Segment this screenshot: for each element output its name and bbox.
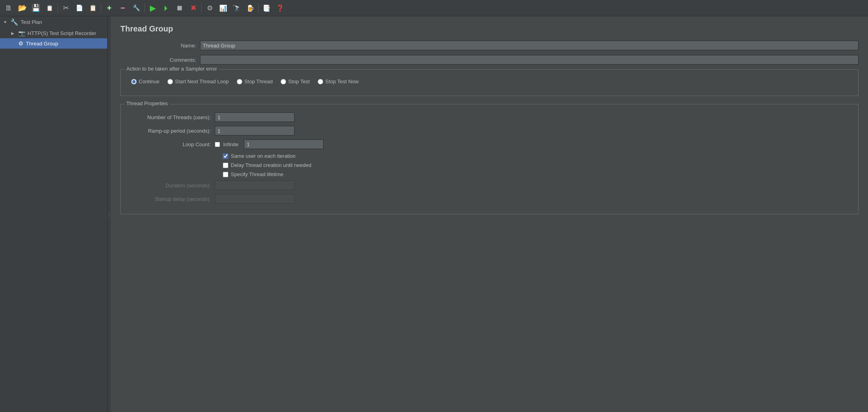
question-button[interactable]: ❓ xyxy=(274,2,287,14)
main-layout: ▼ 🔧 Test Plan ▶ 📷 HTTP(S) Test Script Re… xyxy=(0,16,868,412)
loop-count-input[interactable] xyxy=(244,139,324,149)
sidebar: ▼ 🔧 Test Plan ▶ 📷 HTTP(S) Test Script Re… xyxy=(0,16,108,412)
specify-lifetime-checkbox[interactable] xyxy=(223,172,228,177)
duration-row: Duration (seconds): xyxy=(127,180,852,190)
delay-thread-row: Delay Thread creation until needed xyxy=(223,162,852,168)
separator-5 xyxy=(258,3,259,13)
stop-test-label: Stop Test xyxy=(288,78,310,84)
num-threads-row: Number of Threads (users): xyxy=(127,112,852,122)
startup-delay-input[interactable] xyxy=(215,194,295,204)
radio-stop-test-now[interactable]: Stop Test Now xyxy=(318,78,359,84)
log-viewer-button[interactable]: 📊 xyxy=(217,2,230,14)
radio-start-next[interactable]: Start Next Thread Loop xyxy=(167,78,229,84)
delay-thread-label: Delay Thread creation until needed xyxy=(231,162,311,168)
browse-button[interactable]: 🔧 xyxy=(130,2,143,14)
stop-button[interactable]: ⏹ xyxy=(173,2,186,14)
report-button[interactable]: 🔭 xyxy=(230,2,243,14)
thread-group-icon: ⚙ xyxy=(18,40,24,47)
help-icon-button[interactable]: 🍺 xyxy=(244,2,257,14)
radio-stop-thread[interactable]: Stop Thread xyxy=(237,78,273,84)
same-user-label: Same user on each iteration xyxy=(231,153,296,159)
sidebar-item-thread-group[interactable]: ⚙ Thread Group xyxy=(0,38,107,49)
ramp-up-row: Ramp-up period (seconds): xyxy=(127,126,852,135)
delay-thread-checkbox[interactable] xyxy=(223,163,228,168)
shutdown-button[interactable]: ✖ xyxy=(187,2,200,14)
specify-lifetime-label: Specify Thread lifetime xyxy=(231,171,283,177)
stop-thread-radio[interactable] xyxy=(237,79,242,84)
remove-button[interactable]: − xyxy=(116,2,129,14)
comments-input[interactable] xyxy=(200,55,858,65)
comments-row: Comments: xyxy=(120,55,858,65)
continue-label: Continue xyxy=(139,78,159,84)
sidebar-item-label: HTTP(S) Test Script Recorder xyxy=(27,30,104,36)
num-threads-input[interactable] xyxy=(215,112,295,122)
start-button[interactable]: ▶ xyxy=(146,2,159,14)
paste-button[interactable]: 📋 xyxy=(86,2,99,14)
name-row: Name: xyxy=(120,41,858,50)
start-next-radio[interactable] xyxy=(167,79,173,84)
continue-radio[interactable] xyxy=(131,79,137,84)
copy-button[interactable]: 📄 xyxy=(73,2,86,14)
separator-3 xyxy=(144,3,145,13)
num-threads-label: Number of Threads (users): xyxy=(127,114,215,120)
panel-title: Thread Group xyxy=(120,24,858,33)
new-button[interactable]: 🗎 xyxy=(2,2,15,14)
separator-2 xyxy=(101,3,101,13)
list-button[interactable]: 📑 xyxy=(260,2,273,14)
startup-delay-row: Startup delay (seconds): xyxy=(127,194,852,204)
sidebar-item-test-plan[interactable]: ▼ 🔧 Test Plan xyxy=(0,16,107,28)
open-button[interactable]: 📂 xyxy=(16,2,29,14)
cut-button[interactable]: ✂ xyxy=(59,2,72,14)
recorder-icon: 📷 xyxy=(18,30,25,36)
settings-button[interactable]: ⚙ xyxy=(203,2,216,14)
arrow-icon: ▼ xyxy=(3,20,8,24)
sidebar-item-label: Test Plan xyxy=(21,19,104,25)
content-panel: Thread Group Name: Comments: Action to b… xyxy=(111,16,868,412)
loop-count-label: Loop Count: xyxy=(127,141,215,147)
infinite-checkbox[interactable] xyxy=(215,142,220,147)
arrow-icon: ▶ xyxy=(11,31,16,35)
add-button[interactable]: + xyxy=(103,2,116,14)
start-next-label: Start Next Thread Loop xyxy=(175,78,229,84)
specify-lifetime-row: Specify Thread lifetime xyxy=(223,171,852,177)
toolbar: 🗎 📂 💾 📋 ✂ 📄 📋 + − 🔧 ▶ ⏵ ⏹ ✖ ⚙ 📊 🔭 🍺 📑 ❓ xyxy=(0,0,868,16)
name-label: Name: xyxy=(120,43,200,49)
ramp-up-input[interactable] xyxy=(215,126,295,135)
startup-delay-label: Startup delay (seconds): xyxy=(127,196,215,202)
separator-1 xyxy=(57,3,58,13)
duration-input[interactable] xyxy=(215,180,295,190)
start-nopause-button[interactable]: ⏵ xyxy=(160,2,173,14)
infinite-label: Infinite xyxy=(223,141,238,147)
stop-test-now-radio[interactable] xyxy=(318,79,323,84)
divider-handle[interactable]: ⋮ xyxy=(108,16,111,412)
radio-group: Continue Start Next Thread Loop Stop Thr… xyxy=(127,74,852,89)
duration-label: Duration (seconds): xyxy=(127,182,215,188)
name-input[interactable] xyxy=(200,41,858,50)
comments-label: Comments: xyxy=(120,57,200,63)
stop-test-now-label: Stop Test Now xyxy=(325,78,359,84)
thread-props-legend: Thread Properties xyxy=(125,100,169,106)
loop-count-row: Loop Count: Infinite xyxy=(127,139,852,149)
radio-continue[interactable]: Continue xyxy=(131,78,159,84)
separator-4 xyxy=(201,3,202,13)
thread-properties-fieldset: Thread Properties Number of Threads (use… xyxy=(120,104,858,214)
ramp-up-label: Ramp-up period (seconds): xyxy=(127,128,215,134)
save-button[interactable]: 💾 xyxy=(29,2,42,14)
sidebar-item-label: Thread Group xyxy=(26,41,104,47)
test-plan-icon: 🔧 xyxy=(10,18,18,26)
loop-count-controls: Infinite xyxy=(215,139,324,149)
same-user-row: Same user on each iteration xyxy=(223,153,852,159)
stop-test-radio[interactable] xyxy=(281,79,286,84)
action-fieldset: Action to be taken after a Sampler error… xyxy=(120,69,858,96)
action-legend: Action to be taken after a Sampler error xyxy=(125,66,219,72)
same-user-checkbox[interactable] xyxy=(223,153,228,159)
radio-stop-test[interactable]: Stop Test xyxy=(281,78,310,84)
save-as-button[interactable]: 📋 xyxy=(43,2,56,14)
sidebar-item-http-recorder[interactable]: ▶ 📷 HTTP(S) Test Script Recorder xyxy=(0,28,107,38)
stop-thread-label: Stop Thread xyxy=(244,78,273,84)
